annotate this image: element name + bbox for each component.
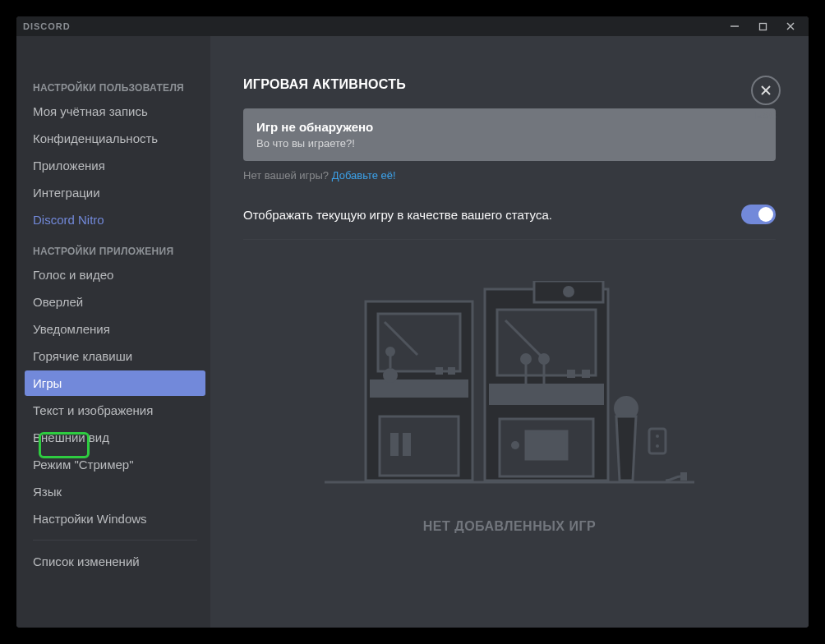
- sidebar-item-nitro[interactable]: Discord Nitro: [25, 207, 205, 232]
- svg-rect-28: [582, 370, 590, 378]
- content-area: ИГРОВАЯ АКТИВНОСТЬ Игр не обнаружено Во …: [210, 36, 809, 628]
- svg-rect-13: [448, 367, 455, 375]
- empty-state: НЕТ ДОБАВЛЕННЫХ ИГР: [243, 281, 776, 534]
- app-window: DISCORD НАСТРОЙКИ ПОЛЬЗОВАТЕЛЯ Моя учётн…: [16, 16, 809, 628]
- svg-rect-27: [567, 370, 575, 378]
- svg-rect-12: [436, 367, 443, 375]
- no-game-title: Игр не обнаружено: [256, 120, 763, 134]
- settings-sidebar: НАСТРОЙКИ ПОЛЬЗОВАТЕЛЯ Моя учётная запис…: [16, 36, 210, 628]
- sidebar-item-notifications[interactable]: Уведомления: [25, 316, 205, 342]
- sidebar-header-app: НАСТРОЙКИ ПРИЛОЖЕНИЯ: [25, 241, 205, 262]
- sidebar-item-connections[interactable]: Интеграции: [25, 180, 205, 205]
- no-game-subtitle: Во что вы играете?!: [256, 137, 763, 150]
- svg-rect-30: [526, 431, 567, 459]
- svg-rect-33: [649, 429, 666, 453]
- maximize-icon[interactable]: [756, 20, 769, 33]
- sidebar-header-user: НАСТРОЙКИ ПОЛЬЗОВАТЕЛЯ: [25, 77, 205, 99]
- svg-point-24: [520, 353, 532, 365]
- sidebar-item-keybinds[interactable]: Горячие клавиши: [25, 343, 205, 369]
- close-button[interactable]: [751, 76, 781, 105]
- svg-rect-16: [403, 433, 411, 456]
- toggle-row-display-game: Отображать текущую игру в качестве вашег…: [243, 205, 776, 240]
- svg-point-19: [563, 286, 574, 297]
- svg-point-11: [385, 347, 395, 356]
- svg-point-34: [656, 435, 659, 438]
- page-title: ИГРОВАЯ АКТИВНОСТЬ: [243, 77, 776, 92]
- sidebar-item-windows[interactable]: Настройки Windows: [25, 506, 205, 531]
- no-game-box: Игр не обнаружено Во что вы играете?!: [243, 108, 776, 161]
- minimize-icon[interactable]: [728, 20, 741, 33]
- sidebar-item-my-account[interactable]: Моя учётная запись: [25, 99, 205, 124]
- sidebar-separator: [33, 540, 197, 540]
- empty-label: НЕТ ДОБАВЛЕННЫХ ИГР: [423, 519, 596, 534]
- svg-point-26: [538, 353, 550, 365]
- svg-rect-8: [370, 380, 468, 398]
- add-game-link[interactable]: Добавьте её!: [332, 169, 396, 182]
- sidebar-item-voice-video[interactable]: Голос и видео: [25, 262, 205, 288]
- svg-rect-20: [497, 310, 596, 375]
- svg-rect-15: [390, 433, 399, 456]
- close-settings: ESC: [751, 76, 781, 122]
- sidebar-item-privacy[interactable]: Конфиденциальность: [25, 126, 205, 151]
- svg-rect-1: [759, 23, 766, 30]
- app-title: DISCORD: [23, 21, 728, 31]
- sidebar-item-overlay[interactable]: Оверлей: [25, 289, 205, 315]
- svg-rect-36: [680, 472, 687, 481]
- sidebar-item-games[interactable]: Игры: [25, 370, 205, 396]
- esc-label: ESC: [755, 110, 777, 122]
- svg-point-35: [656, 444, 659, 448]
- sidebar-item-authorized[interactable]: Приложения: [25, 153, 205, 178]
- hint-text: Нет вашей игры?: [243, 169, 332, 182]
- sidebar-item-changelog[interactable]: Список изменений: [25, 549, 205, 574]
- toggle-label: Отображать текущую игру в качестве вашег…: [243, 208, 552, 222]
- titlebar: DISCORD: [16, 16, 809, 36]
- svg-rect-22: [489, 384, 604, 405]
- svg-point-9: [383, 368, 398, 383]
- close-window-icon[interactable]: [784, 20, 797, 33]
- sidebar-item-appearance[interactable]: Внешний вид: [25, 425, 205, 450]
- window-controls: [728, 20, 802, 33]
- display-game-toggle[interactable]: [741, 205, 776, 224]
- sidebar-item-language[interactable]: Язык: [25, 479, 205, 504]
- sidebar-item-text-images[interactable]: Текст и изображения: [25, 398, 205, 423]
- sidebar-item-streamer[interactable]: Режим "Стример": [25, 452, 205, 477]
- svg-point-31: [511, 441, 519, 449]
- arcade-illustration-icon: [320, 281, 698, 494]
- add-game-hint: Нет вашей игры? Добавьте её!: [243, 169, 776, 182]
